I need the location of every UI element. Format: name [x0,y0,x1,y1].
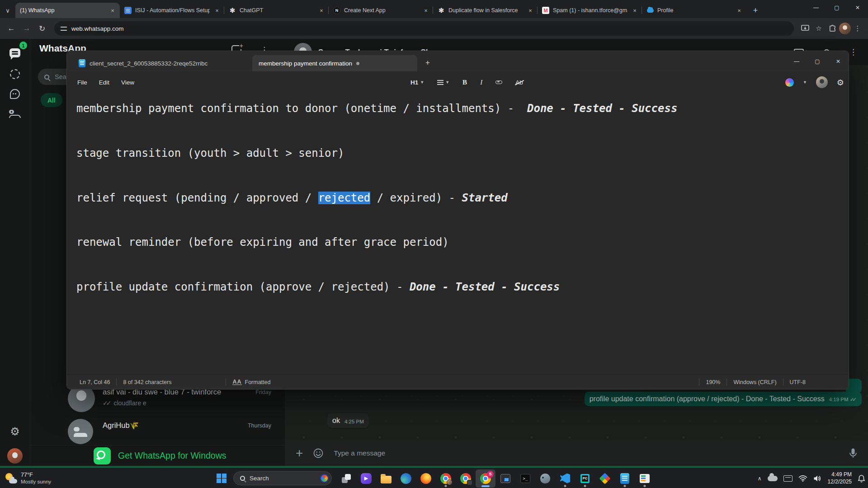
app-icon-drawio[interactable] [595,469,615,488]
volume-icon[interactable] [813,475,822,482]
zoom-level[interactable]: 190% [706,379,720,385]
taskbar-search[interactable]: Search [233,471,332,485]
filter-all-pill[interactable]: All [41,93,62,107]
app-icon-clipchamp[interactable]: ▶ [356,469,376,488]
notepad-editor[interactable]: membership payment confirmation to donor… [67,93,849,375]
notification-bell-icon[interactable] [858,474,865,483]
touch-keyboard-icon[interactable] [783,475,793,482]
browser-tab-nextapp[interactable]: N Create Next App × [329,3,433,18]
site-info-icon[interactable] [61,26,67,31]
list-icon [437,80,443,85]
browser-tab-gmail-spam[interactable]: M Spam (1) - ishann.tforce@gmai × [538,3,642,18]
browser-tab-profile[interactable]: Profile × [642,3,746,18]
gmail-favicon: M [542,7,549,14]
tab-close-icon[interactable]: × [318,7,325,14]
notepad-new-tab-button[interactable]: + [421,56,434,70]
tab-close-icon[interactable]: × [631,7,638,14]
app-icon-pycharm[interactable]: PC [575,469,595,488]
forward-button[interactable]: → [19,21,34,36]
chat-list-item-agrihub[interactable]: AgriHub🌾 Thursday [30,418,285,446]
app-icon-file-explorer[interactable] [376,469,396,488]
wifi-icon[interactable] [798,475,807,482]
new-tab-button[interactable]: + [749,4,762,17]
reload-button[interactable]: ↻ [34,21,50,36]
minimize-button[interactable]: — [806,0,826,15]
tab-close-icon[interactable]: × [527,7,534,14]
app-icon-taskpro[interactable] [635,469,655,488]
app-icon-task-manager[interactable] [495,469,515,488]
heading-dropdown[interactable]: H1▼ [407,76,428,89]
browser-menu-icon[interactable]: ⋮ [851,22,864,35]
browser-tab-salesforce-flow[interactable]: ✻ Duplicate flow in Salesforce × [433,3,538,18]
clear-format-button[interactable]: Ab [512,76,527,89]
notepad-tab-client-secret[interactable]: client_secret_2_60053885332-2reqe52rribc [72,55,252,71]
app-icon-vscode[interactable] [555,469,575,488]
mic-icon[interactable] [849,448,857,459]
tab-close-icon[interactable]: × [422,7,429,14]
italic-button[interactable]: I [476,76,486,89]
profile-avatar[interactable] [6,447,24,465]
hidden-icons-chevron[interactable]: ∧ [758,475,762,482]
install-app-icon[interactable] [798,22,812,35]
notepad-settings-icon[interactable]: ⚙ [837,78,844,87]
communities-tab-icon[interactable] [6,105,24,123]
emoji-icon[interactable] [313,448,324,459]
browser-tab-isij[interactable]: ISIJ - Automation/Flows Setup - × [120,3,224,18]
incoming-message[interactable]: ok 4:25 PM [327,413,369,428]
encoding[interactable]: UTF-8 [790,379,806,385]
notepad-maximize-button[interactable]: ▢ [807,51,828,71]
app-icon-notepad[interactable] [615,469,635,488]
notepad-close-button[interactable]: ✕ [828,51,849,71]
app-icon-chrome-profile2[interactable] [456,469,476,488]
notepad-minimize-button[interactable]: — [786,51,807,71]
app-icon-postgresql[interactable] [535,469,555,488]
message-input[interactable]: Type a message [334,449,839,457]
get-whatsapp-banner[interactable]: Get WhatsApp for Windows [30,445,285,466]
address-bar[interactable]: web.whatsapp.com [54,21,794,36]
taskbar-clock[interactable]: 4:49 PM 12/2/2025 [828,471,852,485]
close-button[interactable]: ✕ [847,0,868,15]
bold-button[interactable]: B [459,76,471,89]
app-icon-firefox[interactable] [416,469,436,488]
app-icon-terminal[interactable]: >_ [515,469,535,488]
status-tab-icon[interactable] [6,65,24,83]
chat-menu-icon[interactable]: ⋮ [849,47,857,57]
notepad-tab-membership[interactable]: membership payment confirmation [252,55,417,71]
maximize-button[interactable]: ▢ [826,0,847,15]
line-ending[interactable]: Windows (CRLF) [733,379,776,385]
menu-view[interactable]: View [115,76,140,89]
copilot-chevron-icon[interactable]: ▼ [803,80,807,84]
chats-tab-icon[interactable]: 1 [6,44,24,62]
taskbar-center: Search ▶ S >_ PC [212,469,655,488]
menu-edit[interactable]: Edit [93,76,115,89]
tab-search-chevron-icon[interactable]: ∨ [0,3,15,18]
list-dropdown[interactable]: ▼ [434,77,453,88]
message-input-bar: + Type a message [285,440,868,466]
account-avatar[interactable] [816,76,828,88]
salesforce-favicon [646,7,654,14]
app-icon-chrome-active[interactable]: S [476,469,495,488]
copilot-icon[interactable] [785,78,794,87]
tab-close-icon[interactable]: × [109,7,116,14]
app-icon-edge[interactable] [396,469,416,488]
app-icon-widgets[interactable] [336,469,356,488]
browser-tab-whatsapp[interactable]: 1 (1) WhatsApp × [15,3,120,18]
channels-tab-icon[interactable] [6,85,24,103]
formatted-icon: AA [232,379,241,385]
onedrive-icon[interactable] [768,476,778,481]
attach-plus-icon[interactable]: + [296,447,303,460]
weather-widget[interactable]: 77°F Mostly sunny [5,469,51,488]
menu-file[interactable]: File [71,76,93,89]
bookmark-star-icon[interactable]: ☆ [812,22,826,35]
back-button[interactable]: ← [4,21,19,36]
settings-gear-icon[interactable]: ⚙ [6,422,24,441]
link-button[interactable] [492,78,506,87]
tab-close-icon[interactable]: × [736,7,743,14]
start-button[interactable] [212,469,231,488]
app-icon-chrome-profile1[interactable] [436,469,456,488]
browser-tab-chatgpt[interactable]: ✻ ChatGPT × [224,3,329,18]
extensions-puzzle-icon[interactable] [826,22,839,35]
tab-close-icon[interactable]: × [213,7,221,14]
browser-profile-avatar[interactable] [839,23,851,34]
outgoing-message[interactable]: profile update confirmation (approve / r… [585,392,862,406]
